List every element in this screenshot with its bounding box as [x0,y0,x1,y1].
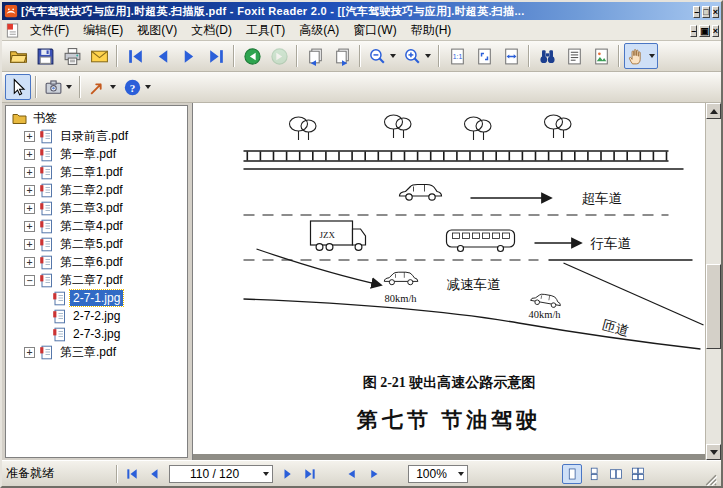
resize-grip[interactable] [702,471,717,486]
dropdown-caret-icon[interactable] [145,85,151,89]
dropdown-caret-icon[interactable] [66,85,72,89]
view-mode-continuous-facing-button[interactable] [628,464,648,484]
bookmark-第二章3.pdf[interactable]: +第二章3.pdf [6,199,187,217]
vertical-scrollbar[interactable] [705,103,721,460]
dropdown-caret-icon[interactable] [110,85,116,89]
zoom-in-button[interactable] [400,43,434,69]
scroll-up-button[interactable] [706,103,721,119]
zoom-dropdown-caret-icon[interactable] [458,472,464,476]
last-page-button[interactable] [203,43,229,69]
view-mode-single-page-button[interactable] [562,464,582,484]
dropdown-caret-icon[interactable] [390,54,396,58]
print-button[interactable] [59,43,85,69]
tree-expander-icon[interactable]: + [24,347,35,358]
truck-text: JZX [320,230,336,240]
bookmark-第二章5.pdf[interactable]: +第二章5.pdf [6,235,187,253]
tree-expander-icon[interactable]: + [24,131,35,142]
bookmark-2-7-3.jpg[interactable]: 2-7-3.jpg [6,325,187,343]
first-page-button[interactable] [122,43,148,69]
tree-expander-icon[interactable]: − [24,275,35,286]
snapshot-button[interactable] [41,74,75,100]
bookmark-第二章1.pdf[interactable]: +第二章1.pdf [6,163,187,181]
roadside-trees [290,115,572,140]
menu-帮助(H)[interactable]: 帮助(H) [404,20,459,41]
zoom-out-button[interactable] [365,43,399,69]
window-maximize-button[interactable]: □ [702,6,709,18]
search-binoculars-button[interactable] [534,43,560,69]
page-number-box[interactable]: 110 / 120 [169,465,273,483]
forward-view-button[interactable] [266,43,292,69]
text-view-button[interactable] [561,43,587,69]
next-doc-view-button[interactable] [329,43,355,69]
menu-文件(F)[interactable]: 文件(F) [23,20,76,41]
bookmark-第二章2.pdf[interactable]: +第二章2.pdf [6,181,187,199]
prev-doc-view-button[interactable] [302,43,328,69]
tree-expander-icon[interactable]: + [24,257,35,268]
menu-工具(T)[interactable]: 工具(T) [239,20,292,41]
save-icon [36,47,55,66]
toolbar-separator [233,45,235,67]
mdi-close-button[interactable]: × [712,25,719,37]
status-last-page-button[interactable] [300,464,320,484]
scrollbar-thumb[interactable] [706,264,721,349]
prev-page-button[interactable] [149,43,175,69]
bookmark-第一章.pdf[interactable]: +第一章.pdf [6,145,187,163]
window-close-button[interactable]: × [712,6,719,18]
bookmark-目录前言.pdf[interactable]: +目录前言.pdf [6,127,187,145]
page-icon [39,345,54,360]
status-first-page-button[interactable] [122,464,142,484]
bookmark-root[interactable]: 书签 [6,109,187,127]
fit-width-button[interactable] [498,43,524,69]
fit-page-button[interactable] [471,43,497,69]
link-arrow-button[interactable] [85,74,119,100]
menu-编辑(E)[interactable]: 编辑(E) [76,20,130,41]
tree-expander-icon[interactable]: + [24,185,35,196]
image-view-button[interactable] [588,43,614,69]
tree-expander-icon[interactable]: + [24,239,35,250]
bookmark-第二章6.pdf[interactable]: +第二章6.pdf [6,253,187,271]
menu-文档(D)[interactable]: 文档(D) [184,20,239,41]
hand-tool-button[interactable] [624,43,658,69]
status-prev-view-button[interactable] [342,464,362,484]
tree-expander-icon[interactable]: + [24,203,35,214]
next-page-button[interactable] [176,43,202,69]
save-button[interactable] [32,43,58,69]
status-ready-text: 准备就绪 [6,465,112,482]
tree-expander-icon[interactable]: + [24,167,35,178]
mdi-minimize-button[interactable]: – [690,25,697,37]
last-page-icon [303,467,317,481]
bookmark-第三章.pdf[interactable]: +第三章.pdf [6,343,187,361]
open-folder-button[interactable] [5,43,31,69]
view-mode-continuous-button[interactable] [584,464,604,484]
actual-size-button[interactable]: 1:1 [444,43,470,69]
menu-视图(V)[interactable]: 视图(V) [130,20,184,41]
ramp-car [530,292,562,308]
mdi-restore-button[interactable]: ▣ [699,25,710,37]
dropdown-caret-icon[interactable] [649,54,655,58]
menu-窗口(W)[interactable]: 窗口(W) [346,20,403,41]
status-prev-page-button[interactable] [144,464,164,484]
view-mode-facing-button[interactable] [606,464,626,484]
tree-expander-icon[interactable]: + [24,221,35,232]
bookmark-2-7-1.jpg[interactable]: 2-7-1.jpg [6,289,187,307]
status-next-view-button[interactable] [364,464,384,484]
continuous-icon [587,467,601,481]
email-button[interactable] [86,43,112,69]
bookmark-2-7-2.jpg[interactable]: 2-7-2.jpg [6,307,187,325]
dropdown-caret-icon[interactable] [425,54,431,58]
bookmark-第二章7.pdf[interactable]: −第二章7.pdf [6,271,187,289]
bookmark-第二章4.pdf[interactable]: +第二章4.pdf [6,217,187,235]
bookmarks-panel: 书签+目录前言.pdf+第一章.pdf+第二章1.pdf+第二章2.pdf+第二… [2,103,188,460]
tree-expander-icon[interactable]: + [24,149,35,160]
toolbar-separator [79,76,81,98]
page-dropdown-caret-icon[interactable] [263,472,269,476]
help-button[interactable]: ? [120,74,154,100]
scroll-down-button[interactable] [706,444,721,460]
status-next-page-button[interactable] [278,464,298,484]
arrow-select-button[interactable] [5,74,31,100]
window-minimize-button[interactable]: – [693,6,700,18]
zoom-level-box[interactable]: 100% [408,465,468,483]
back-view-button[interactable] [239,43,265,69]
main-toolbar: 1:1 [2,41,721,72]
menu-高级(A)[interactable]: 高级(A) [292,20,346,41]
